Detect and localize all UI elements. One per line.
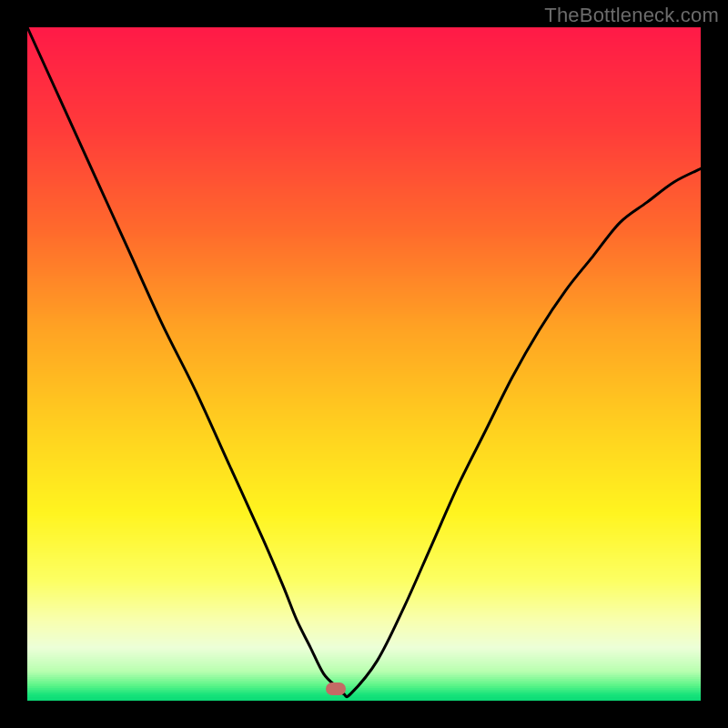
watermark-text: TheBottleneck.com (544, 4, 719, 27)
optimal-point-marker (326, 682, 346, 695)
chart-frame: TheBottleneck.com (0, 0, 728, 728)
plot-area (27, 27, 701, 701)
bottleneck-curve (27, 27, 701, 701)
